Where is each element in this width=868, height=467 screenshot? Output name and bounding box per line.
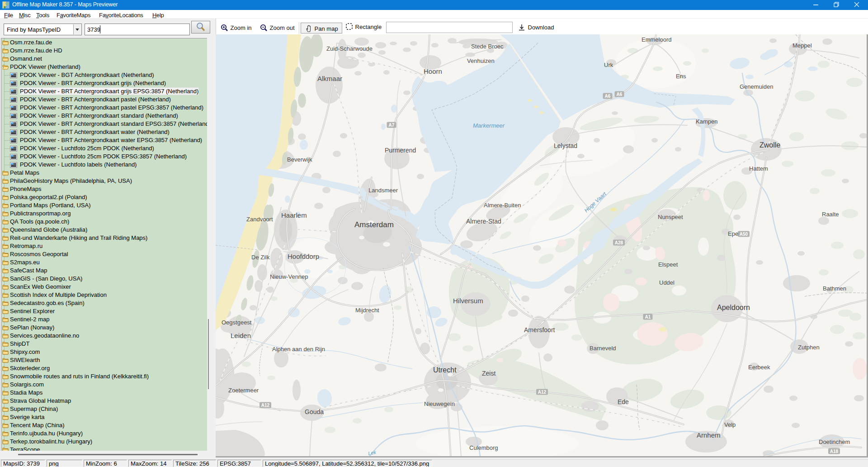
svg-text:Nieuwegein: Nieuwegein (424, 400, 455, 407)
svg-text:Barneveld: Barneveld (590, 345, 616, 352)
svg-text:Zeist: Zeist (482, 370, 495, 377)
svg-text:Zoetermeer: Zoetermeer (228, 387, 259, 394)
svg-text:Zutphen: Zutphen (798, 344, 820, 351)
svg-text:Utrecht: Utrecht (433, 366, 457, 374)
svg-text:Oegstgeest: Oegstgeest (222, 319, 252, 326)
svg-text:Doetinchem: Doetinchem (819, 438, 850, 445)
svg-text:Uddel: Uddel (659, 279, 675, 286)
svg-text:Arnhem: Arnhem (697, 431, 721, 439)
svg-text:Lelystad: Lelystad (554, 142, 577, 149)
svg-text:Haarlem: Haarlem (281, 211, 307, 219)
svg-text:Zuid-Scharwoude: Zuid-Scharwoude (326, 45, 373, 52)
svg-text:Hilversum: Hilversum (453, 297, 483, 305)
svg-text:Hoorn: Hoorn (424, 67, 442, 75)
svg-text:Ede: Ede (618, 398, 629, 405)
svg-text:A7: A7 (389, 123, 395, 128)
svg-text:Almere-Stad: Almere-Stad (466, 218, 501, 225)
svg-text:Genemuiden: Genemuiden (740, 83, 773, 90)
svg-text:Nunspeet: Nunspeet (658, 214, 683, 220)
svg-text:Zwolle: Zwolle (760, 141, 780, 149)
svg-text:Beverwijk: Beverwijk (287, 156, 312, 163)
svg-text:Elspeet: Elspeet (658, 261, 678, 268)
svg-text:Alphen aan den Rijn: Alphen aan den Rijn (272, 346, 325, 353)
svg-text:Hoofddorp: Hoofddorp (288, 253, 319, 260)
svg-text:Kampen: Kampen (696, 118, 717, 125)
svg-text:A28: A28 (615, 240, 623, 245)
svg-text:A50: A50 (740, 232, 748, 237)
svg-text:Raalte: Raalte (822, 211, 839, 218)
svg-text:Leiden: Leiden (231, 332, 251, 339)
svg-text:Eerbeek: Eerbeek (748, 364, 770, 371)
svg-text:Bathmen: Bathmen (823, 285, 846, 292)
svg-text:Alkmaar: Alkmaar (317, 75, 342, 82)
svg-text:Amsterdam: Amsterdam (354, 220, 394, 229)
svg-text:Ens: Ens (676, 73, 686, 80)
svg-text:Almere-Buiten: Almere-Buiten (484, 202, 521, 209)
svg-text:Landsmeer: Landsmeer (368, 187, 398, 194)
svg-text:A1: A1 (645, 315, 651, 319)
svg-text:Hattem: Hattem (749, 165, 768, 172)
svg-text:De Zilk: De Zilk (251, 254, 270, 261)
svg-text:Urk: Urk (604, 62, 613, 68)
svg-text:Zandvoort: Zandvoort (246, 216, 273, 223)
svg-text:Mijdrecht: Mijdrecht (355, 307, 379, 314)
svg-text:Apeldoorn: Apeldoorn (717, 304, 750, 311)
svg-text:Purmerend: Purmerend (385, 147, 416, 154)
svg-text:Markermeer: Markermeer (473, 122, 505, 129)
svg-text:Emmeloord: Emmeloord (642, 36, 671, 43)
svg-text:A6: A6 (617, 92, 623, 97)
svg-text:A12: A12 (538, 390, 547, 395)
svg-text:Velp: Velp (724, 421, 736, 428)
svg-text:A18: A18 (830, 449, 839, 454)
svg-text:Amersfoort: Amersfoort (524, 326, 555, 334)
svg-text:Epe: Epe (728, 230, 738, 237)
svg-text:Nieuw-Vennep: Nieuw-Vennep (270, 273, 308, 280)
svg-text:Venhuizen: Venhuizen (467, 57, 495, 64)
svg-text:A12: A12 (261, 403, 270, 408)
svg-text:Gouda: Gouda (305, 408, 324, 415)
svg-text:Meppel: Meppel (793, 42, 812, 49)
svg-text:A6: A6 (605, 94, 611, 99)
svg-text:Culemborg: Culemborg (469, 444, 498, 451)
svg-text:Stede Broec: Stede Broec (471, 43, 504, 50)
